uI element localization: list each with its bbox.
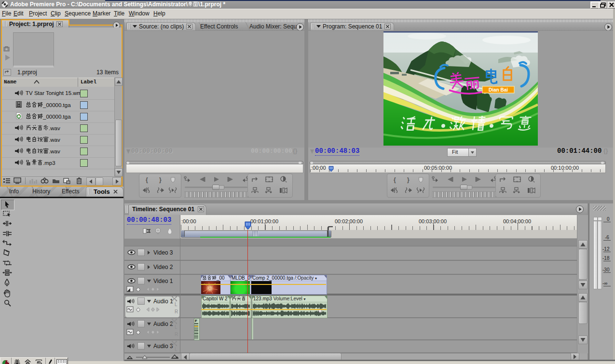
svg-text:Dian Bai: Dian Bai — [489, 87, 508, 93]
